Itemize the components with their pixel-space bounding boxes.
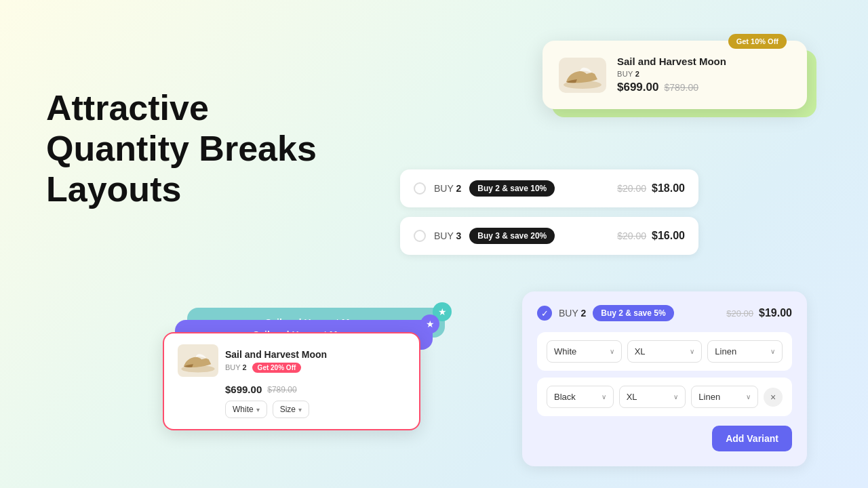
card-front-buy: BUY 2 [617, 70, 791, 78]
card-stack-front: Sail and Harvest Moon BUY 2 Get 20% Off … [163, 332, 420, 430]
variant-size-value-1: XL [635, 346, 646, 357]
qty-label-2: BUY 3 [434, 230, 461, 241]
qty-price-old-1: $20.00 [617, 183, 646, 194]
variant-size-select-1[interactable]: XL ∨ [627, 340, 703, 363]
qty-badge-1: Buy 2 & save 10% [469, 180, 555, 197]
heading: Attractive Quantity Breaks Layouts [46, 88, 317, 209]
qty-radio-1[interactable] [414, 182, 426, 195]
variant-row-2: Black ∨ XL ∨ Linen ∨ × [537, 378, 792, 416]
card-front-price-old: $789.00 [664, 82, 698, 93]
vp-price-old: $20.00 [726, 308, 753, 319]
vp-price-new: $19.00 [759, 307, 792, 319]
chevron-down-icon: ∨ [673, 393, 678, 401]
card-stack-selects: White ▾ Size ▾ [225, 401, 406, 418]
remove-variant-button[interactable]: × [764, 388, 783, 407]
size-select[interactable]: Size ▾ [273, 401, 309, 418]
variant-size-value-2: XL [627, 392, 637, 402]
variant-material-select-1[interactable]: Linen ∨ [707, 340, 783, 363]
card-stack-discount-badge: Get 20% Off [252, 363, 302, 373]
card-front-prices: $699.00 $789.00 [617, 81, 791, 94]
chevron-down-icon: ∨ [746, 393, 751, 401]
card-front: Get 10% Off Sail and Harvest Moon BUY 2 … [542, 41, 807, 109]
card-stack-buy-row: BUY 2 Get 20% Off [225, 363, 406, 373]
variant-panel: ✓ BUY 2 Buy 2 & save 5% $20.00 $19.00 Wh… [522, 291, 807, 466]
qty-radio-2[interactable] [414, 230, 426, 242]
quantity-rows: BUY 2 Buy 2 & save 10% $20.00 $18.00 BUY… [400, 169, 698, 255]
chevron-down-icon: ∨ [601, 393, 606, 401]
heading-line3: Layouts [46, 169, 181, 209]
variant-color-select-1[interactable]: White ∨ [547, 340, 622, 363]
close-icon: × [770, 392, 776, 403]
card-stack-price-row: $699.00 $789.00 [225, 384, 406, 395]
variant-color-value-2: Black [554, 392, 576, 402]
card-front-price-new: $699.00 [617, 81, 658, 94]
variant-panel-header: ✓ BUY 2 Buy 2 & save 5% $20.00 $19.00 [537, 305, 792, 321]
heading-line2: Quantity Breaks [46, 129, 317, 168]
qty-price-new-2: $16.00 [652, 230, 685, 242]
qty-price-old-2: $20.00 [617, 230, 646, 241]
heading-line1: Attractive [46, 88, 209, 127]
card-stack-image [178, 344, 218, 377]
chevron-down-icon: ∨ [610, 348, 614, 355]
chevron-down-icon: ▾ [298, 406, 302, 413]
qty-prices-1: $20.00 $18.00 [617, 182, 685, 195]
card-front-image [559, 58, 606, 93]
variant-row-1: White ∨ XL ∨ Linen ∨ [537, 332, 792, 371]
qty-label-1: BUY 2 [434, 183, 461, 194]
card-stack-price-new: $699.00 [225, 384, 262, 395]
add-variant-button[interactable]: Add Variant [712, 426, 792, 451]
color-select[interactable]: White ▾ [225, 401, 267, 418]
quantity-row-2[interactable]: BUY 3 Buy 3 & save 20% $20.00 $16.00 [400, 217, 698, 255]
variant-material-select-2[interactable]: Linen ∨ [691, 386, 758, 408]
chevron-down-icon: ∨ [770, 348, 775, 355]
vp-badge: Buy 2 & save 5% [593, 305, 673, 321]
variant-material-value-1: Linen [715, 346, 736, 357]
card-stack-title: Sail and Harvest Moon [225, 349, 406, 360]
badge-front: Get 10% Off [728, 34, 787, 49]
bottom-cards: Sail and Harvest Moon ★ Sail and Harvest… [163, 332, 420, 430]
qty-badge-2: Buy 3 & save 20% [469, 228, 555, 244]
top-cards: Get 10% Off Sail and Harvest Moon BUY 2 … [542, 41, 807, 109]
variant-size-select-2[interactable]: XL ∨ [619, 386, 686, 408]
quantity-row-1[interactable]: BUY 2 Buy 2 & save 10% $20.00 $18.00 [400, 169, 698, 207]
check-icon: ✓ [537, 306, 552, 321]
vp-prices: $20.00 $19.00 [726, 307, 792, 319]
card-front-title: Sail and Harvest Moon [617, 56, 791, 67]
qty-price-new-1: $18.00 [652, 182, 685, 195]
vp-buy-label: BUY 2 [559, 308, 586, 319]
qty-prices-2: $20.00 $16.00 [617, 230, 685, 242]
chevron-down-icon: ∨ [690, 348, 694, 355]
variant-material-value-2: Linen [698, 392, 720, 402]
card-front-content: Sail and Harvest Moon BUY 2 $699.00 $789… [617, 56, 791, 94]
star-icon-purple: ★ [420, 314, 439, 333]
card-stack-info: Sail and Harvest Moon BUY 2 Get 20% Off [225, 349, 406, 373]
variant-color-value-1: White [554, 346, 576, 357]
chevron-down-icon: ▾ [256, 406, 260, 413]
variant-color-select-2[interactable]: Black ∨ [547, 386, 614, 408]
card-stack-price-old: $789.00 [267, 385, 296, 394]
card-stack-header: Sail and Harvest Moon BUY 2 Get 20% Off [178, 344, 406, 377]
card-stack-buy-text: BUY 2 [225, 363, 247, 371]
